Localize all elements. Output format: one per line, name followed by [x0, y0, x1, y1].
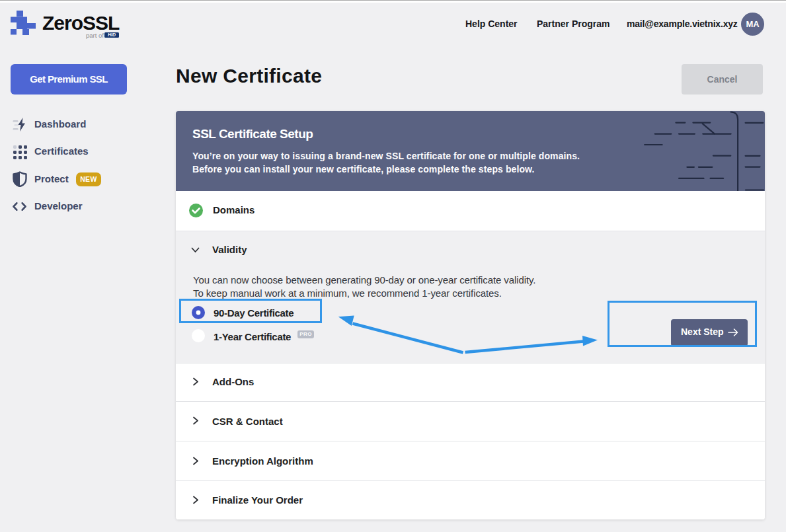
svg-text:ZeroSSL: ZeroSSL — [42, 12, 120, 34]
